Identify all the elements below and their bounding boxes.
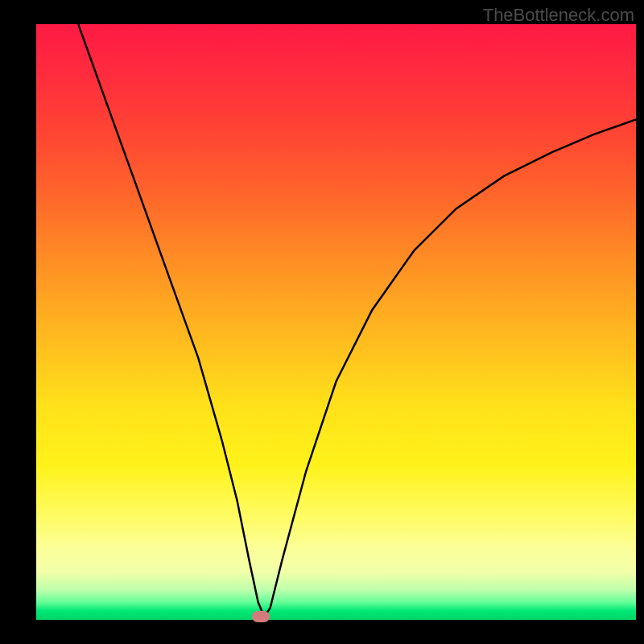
watermark-text: TheBottleneck.com — [483, 5, 634, 26]
chart-minimum-marker — [252, 611, 270, 622]
chart-curve — [36, 24, 636, 620]
